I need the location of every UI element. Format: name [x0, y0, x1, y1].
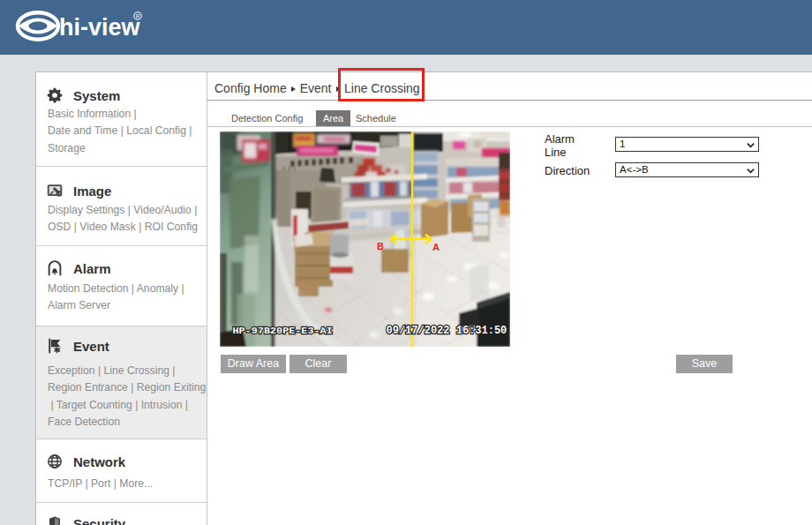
svg-text:09/17/2022 16:31:50: 09/17/2022 16:31:50 — [387, 325, 508, 337]
svg-text:B: B — [377, 241, 384, 251]
svg-text:hi-view: hi-view — [59, 14, 141, 41]
svg-text:A: A — [432, 242, 440, 252]
svg-text:R: R — [136, 13, 140, 19]
svg-text:HP-97B20PE-E3-AI: HP-97B20PE-E3-AI — [233, 325, 333, 337]
